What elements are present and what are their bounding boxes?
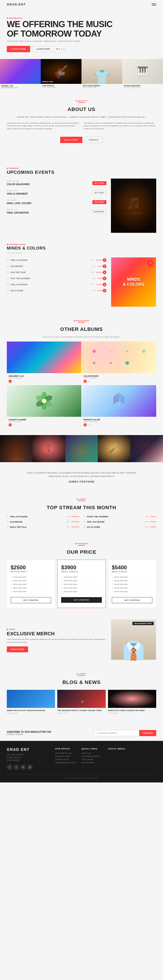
card-2-meta: LIVE EVENTS 2024 • UPCOMING [41,84,82,89]
newsletter-subscribe-button[interactable]: SUBSCRIBE [139,730,156,736]
blog-1-meta: JUNE 12, 2024 [7,713,55,714]
footer-link-about[interactable]: ABOUT US [82,752,104,754]
price-1-button[interactable]: GET STARTED [11,597,51,603]
album-item-3[interactable]: SUNSET FLOWER 2023 • 8 TRACKS ▶ •••• [7,385,81,428]
stream-1-stars: ★★★★★ [71,515,79,517]
stream-row-2: 02 COLORLESS 980K ★★★★★ [7,519,79,525]
album-4-title: INFINITE COLOR [83,418,154,421]
stream-1-name: THE LAST BLEND [10,515,66,518]
price-1-features: WHITE AND GREY WHITE AND GREY WHITE AND … [11,576,51,593]
hamburger-menu[interactable] [152,4,156,5]
stream-2-rank: 02 [7,521,10,523]
twitter-icon[interactable]: t [14,764,19,770]
footer-col-office: OUR OFFICE 123 LOREM IPSUM DOLOR SIT AME… [55,748,77,770]
album-1-controls: ▶ •••• [9,380,80,383]
concert-photo-3 [65,435,98,462]
about-contact-button[interactable]: CONTACT [85,137,103,143]
nav-logo[interactable]: GRAD:ENT [7,3,26,6]
track-6-play-button[interactable]: ▶ [103,289,106,293]
track-4-play-button[interactable]: ▶ [103,277,106,280]
event-3-ticket-button[interactable]: BUY TICKET [93,200,106,204]
blog-card-3[interactable]: WHEN AUTO TUNES CHANGE THE GAME? MAY 15,… [108,690,156,714]
event-image: 🎵 LIVE CONCERT [111,178,156,233]
footer-office-link-2[interactable]: DOLOR SIT AMET [55,755,77,757]
track-item-6: 06 GO AS GONE 3:18 ★★★★ ▶ [7,288,106,294]
footer-col-extra [134,748,156,770]
youtube-icon[interactable]: yt [27,764,33,770]
track-1-duration: 3:42 [91,259,94,261]
album-item-4[interactable]: INFINITE COLOR 2022 • 14 TRACKS ▶ •••• [82,385,156,428]
merch-person-icon: 👔 [122,642,145,660]
track-4-num: 04 [7,277,10,279]
album-item-2[interactable]: COLOR DROPS 2023 • 10 TRACKS ▶ •••• [82,342,156,385]
blog-2-meta: MAY 28, 2024 [57,713,105,714]
stream-2-name: COLORLESS [10,521,66,523]
card-gradient-lux[interactable]: GRADIENT LUX ALBUM • LUX 2024 • COMING S… [0,59,41,89]
newsletter-title: SUBSCRIBE TO OUR NEWSLETTER FOR [7,731,51,733]
facebook-icon[interactable]: f [7,764,12,770]
track-2-stars: ★★★★ [97,265,103,267]
about-story-button[interactable]: OUR STORY [60,137,82,143]
footer-office-link-3[interactable]: CONSECTETUR [55,759,77,760]
merch-shop-button[interactable]: SHOP NOW [7,646,28,652]
newsletter-email-input[interactable] [94,730,139,736]
album-title-text: MINDS& COLORS [123,277,144,287]
album-1-play-button[interactable]: ▶ [9,380,12,383]
price-2-button[interactable]: GET STARTED [61,597,102,603]
other-albums-subtitle: Duis aute irure dolor in reprehenderit i… [7,336,156,338]
blog-card-2[interactable]: 🎤 THE GRADIENT EFFECT: AN DEEP TECHNO TH… [57,690,105,714]
track-1-play-button[interactable]: ▶ [103,258,106,262]
track-5-stars: ★★★★★ [96,284,103,285]
merch-info: STORE EXCLUSIVE MERCH Lorem ipsum dolor … [7,627,106,652]
price-3-button[interactable]: GET STARTED [112,597,152,603]
event-list: MARCH 12, 2024 COLOR UNLEASHED BUY TICKE… [7,178,106,233]
card-limited-drop[interactable]: 👕 EXCLUSIVE MERCH 2024 • SHOP NOW [82,59,122,89]
track-3-play-button[interactable]: ▶ [103,270,106,274]
hero-primary-button[interactable]: LISTEN NOW [7,46,30,52]
hero-secondary-button[interactable]: LEARN MORE [32,46,54,52]
instagram-icon[interactable]: in [21,764,26,770]
album-item-1[interactable]: GRADIENT LUX 2024 • 12 TRACKS ▶ •••• [7,342,81,385]
footer-copyright: © 2024 GRADIENT. ALL RIGHTS RESERVED. [7,774,156,779]
event-item-4: JUNE 15, 2024 FINAL SATURATION LEARN MOR… [7,207,106,216]
pricing-tag: PACKAGES [75,542,88,545]
pricing-grid: $2500 PRIVATE PARTY WHITE AND GREY WHITE… [7,560,156,608]
track-2-play-button[interactable]: ▶ [103,264,106,268]
blog-card-1[interactable]: INSIDE THE PLAYLIST CREATION PROCESS JUN… [7,690,55,714]
album-2-play-button[interactable]: ▶ [83,380,87,383]
album-3-play-button[interactable]: ▶ [9,423,12,426]
footer-office-link-4[interactable]: INFO@GRADIENT.COM [55,762,77,764]
price-2-plan: SMALL EVENTS [61,571,102,573]
price-1-amount: $2500 [11,564,51,571]
track-4-name: STAY THE JOURNEY [10,277,92,280]
minds-content: 01 THE LAST BLEND 3:42 ★★★★★ ▶ 02 COLORL… [7,257,156,307]
event-item-3: MAY 22, 2024 GRAY, LOVE, COLORS BUY TICK… [7,197,106,207]
upcoming-section: SCHEDULE UPCOMING EVENTS MARCH 12, 2024 … [0,161,163,237]
track-1-stars: ★★★★★ [96,259,103,261]
blog-image-3 [108,690,156,708]
event-1-ticket-button[interactable]: BUY TICKET [93,181,106,185]
footer-office-link-1[interactable]: 123 LOREM IPSUM [55,752,77,754]
card-3-meta: EXCLUSIVE MERCH 2024 • SHOP NOW [82,84,122,89]
album-4-play-button[interactable]: ▶ [83,423,87,426]
quote-text: Music is everywhere it permeates. It onl… [25,471,138,478]
stream-6-name: GO AS GONE [87,526,145,528]
track-6-duration: 3:18 [92,290,96,291]
stream-4-rank: 04 [84,516,87,517]
track-3-name: VIVA THE TOUR [10,271,91,274]
stream-4-count: 760K [145,516,149,517]
event-4-learn-button[interactable]: LEARN MORE [91,210,106,214]
quote-section: Music is everywhere it permeates. It onl… [0,462,163,492]
other-albums-title: OTHER ALBUMS [7,326,156,332]
card-new-project[interactable]: 🎹 STUDIO SESSIONS 2024 • COMING SOON [122,59,163,89]
footer-links-title: QUICK LINKS [82,748,104,750]
card-world-tour[interactable]: 🎸 WORLD TOUR LIVE EVENTS 2024 • UPCOMING [41,59,82,89]
event-2-ticket-button[interactable]: BUY TICKET [92,191,106,195]
track-5-play-button[interactable]: ▶ [103,283,106,286]
track-2-name: COLORLESS [10,265,92,267]
stream-5-name: THE LAST BLEND [87,521,145,523]
stream-6-stars: ★★★★ [150,526,156,528]
footer-link-blog[interactable]: BLOG & NEWS [82,762,104,764]
footer-link-events[interactable]: UPCOMING EVENTS [82,755,104,757]
footer-link-albums[interactable]: OUR ALBUMS [82,759,104,760]
